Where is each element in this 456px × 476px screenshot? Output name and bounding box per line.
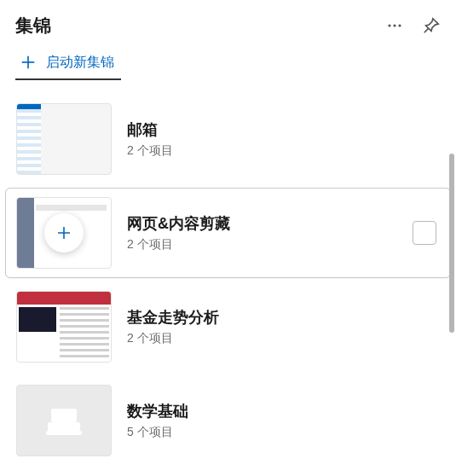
collection-thumbnail xyxy=(16,103,112,175)
collection-title: 数学基础 xyxy=(127,401,440,421)
collection-text: 网页&内容剪藏 2 个项目 xyxy=(127,213,397,253)
collection-card[interactable]: 基金走势分析 2 个项目 xyxy=(5,282,451,372)
svg-rect-10 xyxy=(46,431,82,435)
plus-icon xyxy=(19,53,38,72)
typewriter-icon xyxy=(44,403,84,438)
svg-rect-8 xyxy=(51,409,77,422)
plus-icon xyxy=(54,223,74,243)
collection-text: 数学基础 5 个项目 xyxy=(127,401,440,440)
svg-point-1 xyxy=(393,24,395,26)
collection-subtitle: 2 个项目 xyxy=(127,143,440,159)
collection-subtitle: 2 个项目 xyxy=(127,237,397,253)
collection-checkbox[interactable] xyxy=(413,221,436,245)
collection-subtitle: 2 个项目 xyxy=(127,331,440,346)
svg-point-0 xyxy=(388,24,390,26)
collection-title: 基金走势分析 xyxy=(127,307,440,328)
collection-thumbnail xyxy=(16,197,112,269)
collection-card[interactable]: 数学基础 5 个项目 xyxy=(5,375,451,466)
page-title: 集锦 xyxy=(15,14,51,38)
collection-card[interactable]: 邮箱 2 个项目 xyxy=(5,94,451,184)
add-to-collection-button[interactable] xyxy=(44,213,84,253)
svg-rect-9 xyxy=(48,422,80,431)
pin-icon[interactable] xyxy=(422,16,441,35)
collection-title: 邮箱 xyxy=(127,119,440,140)
header-actions xyxy=(386,16,441,35)
collection-thumbnail xyxy=(16,385,112,456)
new-collection-label: 启动新集锦 xyxy=(46,54,114,72)
collection-title: 网页&内容剪藏 xyxy=(127,213,397,234)
svg-line-3 xyxy=(424,29,429,33)
collections-list: 邮箱 2 个项目 网页&内容剪藏 2 个项目 基金走势分析 2 个项目 xyxy=(0,94,456,466)
collection-text: 基金走势分析 2 个项目 xyxy=(127,307,440,346)
new-collection-button[interactable]: 启动新集锦 xyxy=(15,49,121,80)
more-icon[interactable] xyxy=(386,17,403,34)
scrollbar[interactable] xyxy=(449,154,454,333)
svg-point-2 xyxy=(398,24,401,26)
collection-subtitle: 5 个项目 xyxy=(127,425,440,440)
collection-text: 邮箱 2 个项目 xyxy=(127,119,440,159)
collection-card[interactable]: 网页&内容剪藏 2 个项目 xyxy=(5,188,451,278)
collection-thumbnail xyxy=(16,291,112,363)
header: 集锦 xyxy=(0,0,456,46)
